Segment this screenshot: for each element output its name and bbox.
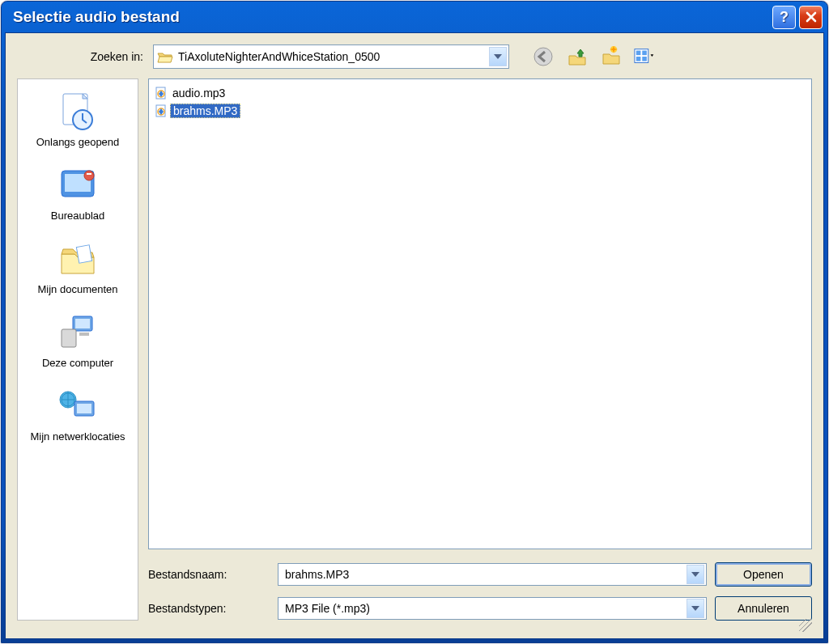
cancel-button[interactable]: Annuleren bbox=[715, 596, 812, 621]
place-label: Mijn documenten bbox=[18, 283, 138, 295]
my-computer-icon bbox=[55, 311, 100, 354]
file-name: audio.mp3 bbox=[170, 87, 227, 100]
up-one-level-button[interactable] bbox=[566, 45, 589, 68]
svg-rect-4 bbox=[642, 51, 647, 56]
recent-documents-icon bbox=[55, 91, 100, 133]
view-menu-button[interactable] bbox=[634, 45, 657, 68]
new-folder-button[interactable] bbox=[600, 45, 623, 68]
window-title: Selectie audio bestand bbox=[13, 8, 772, 26]
file-list[interactable]: audio.mp3brahms.MP3 bbox=[148, 78, 812, 549]
close-button[interactable] bbox=[799, 6, 823, 29]
svg-rect-18 bbox=[79, 333, 89, 336]
folder-open-icon bbox=[157, 49, 173, 64]
resize-grip[interactable] bbox=[799, 619, 812, 632]
filetype-label: Bestandstypen: bbox=[148, 602, 270, 615]
help-icon: ? bbox=[780, 9, 789, 26]
svg-rect-6 bbox=[642, 57, 647, 61]
places-bar: Onlangs geopend Bureaublad bbox=[17, 78, 138, 621]
open-button[interactable]: Openen bbox=[715, 562, 812, 587]
view-menu-icon bbox=[634, 48, 657, 66]
place-label: Mijn netwerklocaties bbox=[18, 430, 138, 443]
filename-dropdown-button[interactable] bbox=[687, 565, 704, 584]
filename-value: brahms.MP3 bbox=[278, 568, 687, 581]
place-label: Bureaublad bbox=[18, 210, 138, 222]
svg-rect-17 bbox=[62, 329, 76, 347]
back-icon bbox=[533, 46, 554, 67]
svg-rect-5 bbox=[636, 57, 641, 61]
folder-up-icon bbox=[567, 46, 588, 67]
chevron-down-icon bbox=[494, 54, 502, 59]
lookin-dropdown-button[interactable] bbox=[489, 47, 507, 66]
file-item[interactable]: brahms.MP3 bbox=[154, 102, 806, 120]
place-recent[interactable]: Onlangs geopend bbox=[18, 86, 138, 159]
filetype-dropdown-button[interactable] bbox=[687, 599, 704, 618]
audio-file-icon bbox=[154, 86, 168, 100]
file-name: brahms.MP3 bbox=[170, 104, 240, 118]
svg-rect-16 bbox=[75, 319, 90, 328]
filename-label: Bestandsnaam: bbox=[148, 568, 270, 581]
filename-field[interactable]: brahms.MP3 bbox=[278, 563, 707, 586]
file-item[interactable]: audio.mp3 bbox=[154, 84, 806, 102]
desktop-icon bbox=[55, 164, 100, 206]
chevron-down-icon bbox=[691, 572, 699, 577]
back-button[interactable] bbox=[532, 45, 555, 68]
svg-rect-21 bbox=[77, 404, 91, 413]
lookin-value: TiAxoluteNighterAndWhiceStation_0500 bbox=[175, 50, 489, 63]
place-label: Deze computer bbox=[18, 357, 138, 369]
place-label: Onlangs geopend bbox=[18, 136, 138, 148]
audio-file-icon bbox=[154, 104, 168, 118]
place-network[interactable]: Mijn netwerklocaties bbox=[18, 380, 138, 454]
network-places-icon bbox=[55, 385, 100, 427]
new-folder-icon bbox=[601, 46, 622, 67]
file-open-dialog: Selectie audio bestand ? Zoeken in: bbox=[1, 1, 828, 643]
place-desktop[interactable]: Bureaublad bbox=[18, 159, 138, 233]
help-button[interactable]: ? bbox=[772, 6, 796, 29]
chevron-down-icon bbox=[691, 606, 699, 611]
svg-rect-3 bbox=[636, 51, 641, 56]
titlebar: Selectie audio bestand ? bbox=[2, 2, 827, 32]
my-documents-icon bbox=[55, 238, 100, 280]
place-my-computer[interactable]: Deze computer bbox=[18, 307, 138, 380]
lookin-label: Zoeken in: bbox=[49, 50, 147, 63]
close-icon bbox=[806, 11, 817, 23]
client-area: Zoeken in: TiAxoluteNighterAndWhiceStati… bbox=[5, 32, 824, 639]
filetype-value: MP3 File (*.mp3) bbox=[278, 602, 687, 615]
svg-point-0 bbox=[534, 48, 552, 66]
place-my-documents[interactable]: Mijn documenten bbox=[18, 233, 138, 307]
svg-rect-14 bbox=[76, 245, 91, 263]
lookin-combobox[interactable]: TiAxoluteNighterAndWhiceStation_0500 bbox=[153, 44, 509, 69]
filetype-combobox[interactable]: MP3 File (*.mp3) bbox=[278, 597, 707, 620]
